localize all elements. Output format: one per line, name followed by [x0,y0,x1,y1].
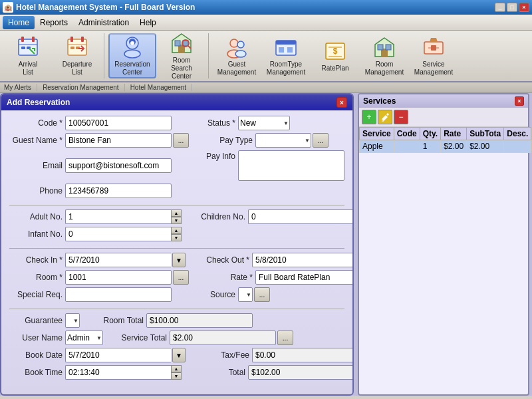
col-service: Service [360,128,394,140]
guest-name-label: Guest Name * [9,136,63,145]
special-req-input[interactable] [65,287,172,302]
rate-field-group: ... [255,270,352,285]
adult-no-down-btn[interactable]: ▼ [171,217,182,224]
services-panel-close-btn[interactable]: × [515,96,524,106]
room-management-btn[interactable]: RoomManagement [360,33,408,78]
adult-no-input[interactable] [65,209,171,224]
source-label: Source [182,290,235,299]
room-management-label: RoomManagement [365,61,404,76]
pay-type-select[interactable]: Cash Credit Card [255,133,311,148]
dialog-title-bar: Add Reservation × [1,94,352,110]
guest-management-icon [225,35,249,59]
code-row: Code * [9,116,172,130]
children-no-spinner: ▲ ▼ [248,209,352,224]
svg-rect-10 [70,47,74,49]
tax-fee-label: Tax/Fee [196,350,249,360]
pay-type-browse-btn[interactable]: ... [313,133,329,148]
svg-rect-19 [183,41,188,46]
adult-no-spinner-btns: ▲ ▼ [171,209,182,224]
svg-point-22 [230,39,238,47]
status-row: Status * New Confirmed Cancelled ▼ [182,116,290,130]
service-total-field-group: ... [170,331,293,345]
adult-no-spinner: ▲ ▼ [65,209,182,224]
infant-no-up-btn[interactable]: ▲ [171,227,182,234]
status-select[interactable]: New Confirmed Cancelled [238,116,290,130]
service-subtotal-cell: $2.00 [467,140,504,153]
room-field-group: ... [65,270,189,285]
pay-info-textarea[interactable] [238,150,344,181]
guarantee-select[interactable] [65,313,80,328]
menu-reports[interactable]: Reports [35,16,73,29]
guest-management-label: GuestManagement [217,61,256,76]
svg-point-15 [130,41,134,45]
infant-no-label: Infant No. [9,229,63,239]
book-time-input[interactable] [65,365,171,380]
code-input[interactable] [65,116,172,130]
row-checkin-checkout: Check In * ▼ Check Out * ▼ [9,253,344,270]
menu-administration[interactable]: Administration [73,16,134,29]
roomtype-management-btn[interactable]: RoomTypeManagement [262,33,310,78]
menu-home[interactable]: Home [3,16,35,29]
window-controls[interactable]: _ □ × [495,3,529,12]
close-btn[interactable]: × [519,3,529,12]
row-infant: Infant No. ▲ ▼ [9,227,344,244]
book-time-down-btn[interactable]: ▼ [171,372,182,380]
book-date-calendar-btn[interactable]: ▼ [172,348,186,362]
adult-no-up-btn[interactable]: ▲ [171,209,182,217]
services-table-row[interactable]: Apple 1 $2.00 $2.00 [360,140,531,153]
arrival-list-icon [16,35,40,59]
guest-name-input[interactable] [65,133,172,148]
dialog-close-btn[interactable]: × [336,97,347,108]
service-qty-cell: 1 [420,140,440,153]
infant-no-down-btn[interactable]: ▼ [171,234,182,241]
menu-help[interactable]: Help [134,16,162,29]
services-edit-btn[interactable] [378,110,392,124]
service-management-btn[interactable]: ServiceManagement [410,33,458,78]
services-panel-title-text: Services [363,96,396,106]
guest-name-browse-btn[interactable]: ... [173,133,189,148]
svg-text:$: $ [333,47,338,56]
infant-no-input[interactable] [65,227,171,241]
source-browse-btn[interactable]: ... [254,287,270,302]
minimize-btn[interactable]: _ [495,3,505,12]
svg-rect-28 [279,47,284,53]
services-panel-title-bar: Services × [359,94,528,108]
room-total-label: Room Total [90,316,144,325]
children-no-input[interactable] [248,209,352,224]
svg-rect-4 [21,47,25,49]
rate-input[interactable] [255,270,352,285]
checkin-calendar-btn[interactable]: ▼ [172,253,186,267]
book-time-up-btn[interactable]: ▲ [171,365,182,372]
room-search-center-label: Room SearchCenter [162,57,201,80]
phone-input[interactable] [65,184,172,198]
svg-marker-39 [430,38,438,42]
room-input[interactable] [65,270,172,285]
email-input[interactable] [65,158,172,173]
service-total-browse-btn[interactable]: ... [277,331,293,345]
total-row: Total [192,365,352,380]
rateplan-btn[interactable]: $ RatePlan [311,33,359,78]
checkout-input[interactable] [252,253,352,267]
service-total-label: Service Total [114,333,167,342]
reservation-center-icon [120,35,144,59]
code-label: Code * [9,118,63,128]
services-delete-btn[interactable]: − [394,110,408,124]
checkin-input[interactable] [65,253,171,267]
arrival-list-btn[interactable]: ArrivalList [4,33,52,78]
col-code: Code [394,128,420,140]
departure-list-label: DepartureList [63,61,92,76]
services-add-btn[interactable]: + [362,110,376,124]
departure-list-btn[interactable]: DepartureList [53,33,101,78]
guest-management-btn[interactable]: GuestManagement [213,33,261,78]
user-name-select[interactable]: Admin [65,331,103,345]
svg-rect-41 [431,45,436,51]
source-select[interactable] [238,287,253,302]
row-specialreq-source: Special Req. Source ▼ ... [9,287,344,305]
room-browse-btn[interactable]: ... [173,270,189,285]
checkout-field-group: ▼ [252,253,352,267]
book-date-input[interactable] [65,348,171,362]
reservation-center-btn[interactable]: ReservationCenter [108,33,156,78]
room-search-center-btn[interactable]: Room SearchCenter [158,33,205,78]
maximize-btn[interactable]: □ [507,3,517,12]
reservation-management-label: Reservation Management [37,84,125,91]
